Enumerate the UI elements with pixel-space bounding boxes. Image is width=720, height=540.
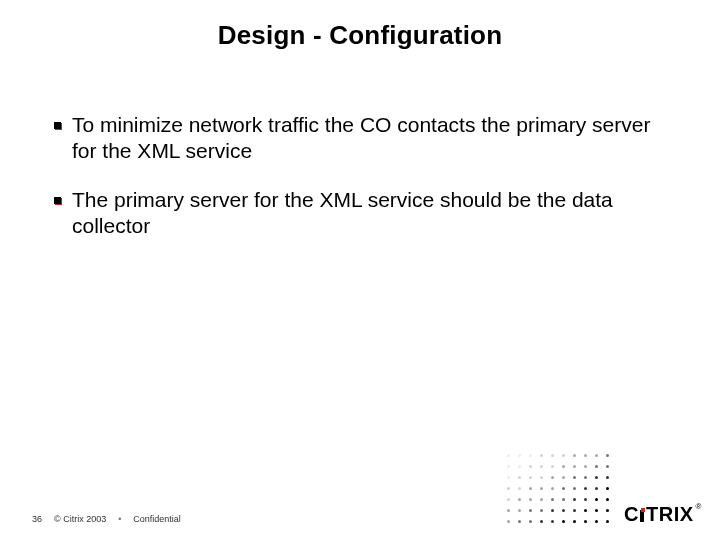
- list-item: The primary server for the XML service s…: [54, 187, 680, 240]
- separator-icon: •: [118, 514, 121, 524]
- logo-text-pre: C: [624, 503, 639, 526]
- bullet-text: The primary server for the XML service s…: [72, 187, 680, 240]
- registered-icon: ®: [696, 502, 702, 511]
- bullet-list: To minimize network traffic the CO conta…: [54, 112, 680, 261]
- bullet-icon: [54, 197, 62, 205]
- footer-confidential: Confidential: [133, 514, 181, 524]
- slide-title: Design - Configuration: [0, 20, 720, 51]
- slide: Design - Configuration To minimize netwo…: [0, 0, 720, 540]
- bullet-text: To minimize network traffic the CO conta…: [72, 112, 680, 165]
- logo-i-icon: [639, 503, 646, 526]
- brand-area: C TRIX ®: [505, 452, 702, 526]
- logo-text-post: TRIX: [646, 503, 694, 526]
- dot-grid-icon: [505, 452, 610, 524]
- citrix-logo: C TRIX ®: [624, 503, 702, 526]
- bullet-icon: [54, 122, 62, 130]
- list-item: To minimize network traffic the CO conta…: [54, 112, 680, 165]
- footer-copyright: © Citrix 2003: [54, 514, 106, 524]
- page-number: 36: [32, 514, 42, 524]
- footer: 36 © Citrix 2003 • Confidential: [32, 514, 181, 524]
